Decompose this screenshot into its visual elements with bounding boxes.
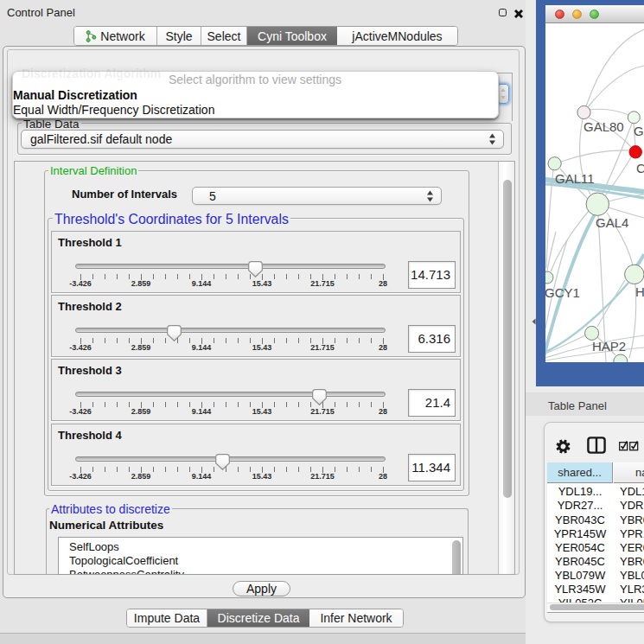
- svg-text:GCY1: GCY1: [545, 285, 580, 300]
- svg-text:GAL4: GAL4: [596, 215, 628, 230]
- svg-text:GAL80: GAL80: [583, 119, 624, 134]
- svg-text:C: C: [636, 161, 644, 175]
- svg-text:GA: GA: [634, 124, 644, 138]
- svg-text:HAP2: HAP2: [592, 339, 626, 354]
- svg-text:H: H: [635, 284, 644, 299]
- svg-text:GAL11: GAL11: [555, 171, 595, 186]
